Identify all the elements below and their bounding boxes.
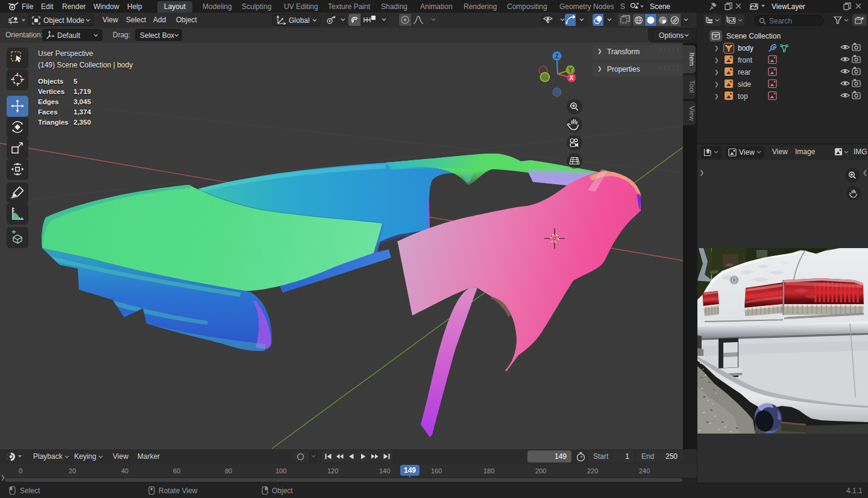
svg-text:Y: Y	[568, 67, 573, 73]
svg-text:Z: Z	[555, 53, 559, 60]
svg-text:X: X	[570, 75, 574, 81]
